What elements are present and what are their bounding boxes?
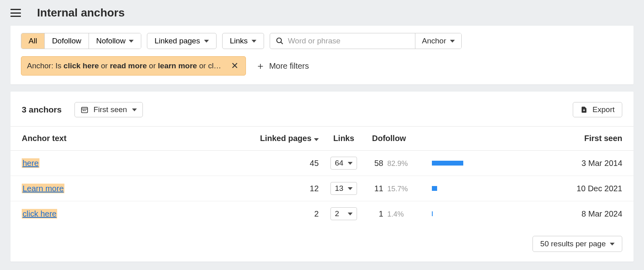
export-label: Export — [592, 105, 615, 114]
search-combo: Anchor — [270, 33, 462, 49]
plus-icon: ＋ — [256, 61, 265, 71]
chevron-down-icon — [252, 40, 256, 43]
links-value: 2 — [335, 209, 339, 218]
page-title: Internal anchors — [37, 6, 125, 19]
dofollow-percent: 82.9% — [387, 160, 408, 168]
svg-point-0 — [277, 38, 282, 43]
col-header-dofollow[interactable]: Dofollow — [364, 127, 427, 151]
links-dropdown[interactable]: 64 — [330, 157, 357, 170]
chevron-down-icon — [348, 213, 353, 215]
close-icon[interactable]: ✕ — [229, 61, 240, 71]
dofollow-count: 11 — [372, 184, 383, 193]
chevron-down-icon — [348, 162, 353, 165]
chevron-down-icon — [132, 108, 137, 111]
search-type-label: Anchor — [422, 37, 446, 45]
export-button[interactable]: Export — [573, 102, 622, 117]
filter-chip-text: Anchor: Is click here or read more or le… — [27, 61, 221, 70]
links-dropdown[interactable]: 13 — [330, 182, 357, 195]
chevron-down-icon — [204, 40, 209, 43]
chevron-down-icon — [129, 40, 134, 43]
dofollow-bar — [432, 211, 537, 216]
anchor-link[interactable]: Learn more — [22, 184, 64, 193]
linked-pages-filter-label: Linked pages — [155, 37, 200, 45]
search-icon — [276, 37, 284, 45]
anchors-table: Anchor text Linked pages Links Dofollow … — [10, 127, 634, 226]
download-icon — [580, 106, 588, 114]
links-value: 13 — [335, 184, 343, 193]
links-value: 64 — [335, 159, 343, 168]
filter-chip-anchor[interactable]: Anchor: Is click here or read more or le… — [21, 56, 246, 76]
links-filter-label: Links — [230, 37, 248, 45]
svg-rect-4 — [83, 110, 84, 111]
links-dropdown[interactable]: 2 — [330, 207, 357, 220]
dofollow-bar — [432, 161, 537, 166]
table-row: click here 2 2 1 1.4% 8 Mar 2024 — [10, 201, 634, 227]
anchor-link[interactable]: click here — [22, 209, 57, 219]
tab-nofollow-label: Nofollow — [96, 37, 126, 45]
dofollow-percent: 15.7% — [387, 185, 408, 193]
results-per-page-label: 50 results per page — [540, 239, 606, 248]
follow-filter-group: All Dofollow Nofollow — [21, 33, 141, 49]
dofollow-count: 58 — [372, 159, 383, 168]
dofollow-percent: 1.4% — [387, 210, 404, 219]
anchor-link[interactable]: here — [22, 158, 39, 168]
table-row: here 45 64 58 82.9% 3 Mar 2014 — [10, 151, 634, 176]
svg-rect-2 — [82, 107, 88, 112]
result-count: 3 anchors — [22, 105, 62, 115]
links-filter[interactable]: Links — [222, 33, 264, 49]
dofollow-bar — [432, 186, 537, 191]
first-seen-value: 8 Mar 2024 — [582, 209, 622, 218]
dofollow-count: 1 — [372, 209, 383, 219]
tab-all[interactable]: All — [21, 33, 45, 49]
linked-pages-value: 2 — [314, 209, 319, 218]
search-type-dropdown[interactable]: Anchor — [415, 33, 461, 49]
search-input[interactable] — [288, 37, 409, 45]
sort-dropdown[interactable]: First seen — [74, 102, 142, 117]
sort-label: First seen — [93, 105, 127, 114]
tab-dofollow[interactable]: Dofollow — [45, 33, 89, 49]
table-row: Learn more 12 13 11 15.7% 10 Dec 2021 — [10, 176, 634, 201]
first-seen-value: 10 Dec 2021 — [577, 184, 622, 193]
svg-rect-5 — [85, 110, 86, 111]
col-header-links[interactable]: Links — [324, 127, 364, 151]
col-header-bar — [427, 127, 562, 151]
tab-nofollow[interactable]: Nofollow — [89, 33, 141, 49]
col-header-anchor-text[interactable]: Anchor text — [10, 127, 247, 151]
chevron-down-icon — [348, 187, 353, 190]
chevron-down-icon — [314, 138, 319, 141]
menu-icon[interactable] — [10, 9, 21, 17]
more-filters-button[interactable]: ＋ More filters — [256, 61, 309, 71]
calendar-icon — [80, 106, 89, 114]
col-header-first-seen[interactable]: First seen — [561, 127, 634, 151]
results-per-page-dropdown[interactable]: 50 results per page — [533, 236, 622, 252]
linked-pages-value: 12 — [310, 184, 319, 193]
linked-pages-value: 45 — [310, 159, 319, 168]
chevron-down-icon — [610, 243, 615, 245]
more-filters-label: More filters — [269, 61, 309, 71]
col-header-linked-pages[interactable]: Linked pages — [247, 127, 324, 151]
first-seen-value: 3 Mar 2014 — [582, 159, 622, 168]
svg-line-1 — [281, 42, 283, 44]
chevron-down-icon — [450, 40, 455, 43]
linked-pages-filter[interactable]: Linked pages — [147, 33, 217, 49]
